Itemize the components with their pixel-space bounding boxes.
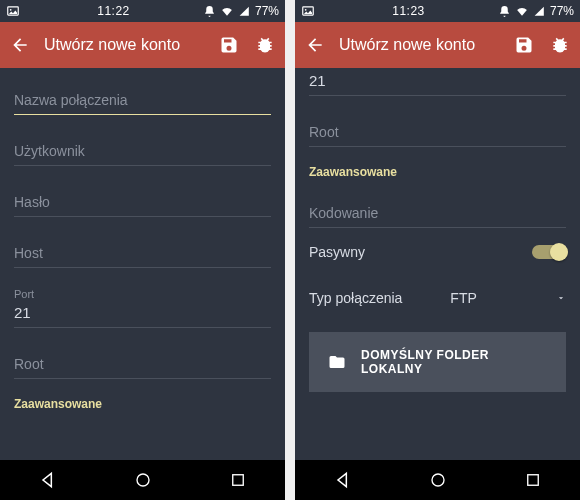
advanced-section-header: Zaawansowane (309, 147, 566, 185)
navbar (0, 460, 285, 500)
svg-point-2 (137, 474, 149, 486)
field-placeholder: Nazwa połączenia (14, 92, 271, 108)
signal-icon (533, 5, 546, 18)
nav-recent-icon[interactable] (227, 469, 249, 491)
clock: 11:22 (24, 4, 203, 18)
nav-back-icon[interactable] (37, 469, 59, 491)
passive-toggle-row[interactable]: Pasywny (309, 228, 566, 276)
svg-rect-7 (527, 475, 538, 486)
button-label: DOMYŚLNY FOLDER LOKALNY (361, 348, 548, 376)
default-local-folder-button[interactable]: DOMYŚLNY FOLDER LOKALNY (309, 332, 566, 392)
field-value: 21 (14, 304, 271, 321)
field-placeholder: Kodowanie (309, 205, 566, 221)
port-field[interactable]: 21 (309, 78, 566, 96)
field-placeholder: Root (14, 356, 271, 372)
bug-icon[interactable] (253, 33, 277, 57)
form-content: Nazwa połączenia Użytkownik Hasło Host P… (0, 68, 285, 460)
nav-home-icon[interactable] (132, 469, 154, 491)
save-icon[interactable] (217, 33, 241, 57)
encoding-field[interactable]: Kodowanie (309, 191, 566, 228)
toolbar: Utwórz nowe konto (0, 22, 285, 68)
field-placeholder: Użytkownik (14, 143, 271, 159)
svg-point-1 (10, 9, 12, 11)
navbar (295, 460, 580, 500)
screen-right: 11:23 77% Utwórz nowe konto 21 Root Zaaw… (295, 0, 580, 500)
connection-type-select[interactable]: Typ połączenia FTP (309, 276, 566, 324)
root-field[interactable]: Root (14, 342, 271, 379)
port-field[interactable]: Port 21 (14, 274, 271, 328)
passive-toggle[interactable] (532, 245, 566, 259)
field-placeholder: Hasło (14, 194, 271, 210)
bell-icon (498, 5, 511, 18)
bug-icon[interactable] (548, 33, 572, 57)
image-icon (301, 4, 319, 18)
dropdown-caret-icon (556, 293, 566, 303)
statusbar: 11:23 77% (295, 0, 580, 22)
statusbar: 11:22 77% (0, 0, 285, 22)
user-field[interactable]: Użytkownik (14, 129, 271, 166)
toolbar: Utwórz nowe konto (295, 22, 580, 68)
host-field[interactable]: Host (14, 231, 271, 268)
svg-point-6 (432, 474, 444, 486)
toolbar-title: Utwórz nowe konto (44, 36, 205, 54)
select-label: Typ połączenia (309, 290, 450, 306)
select-value: FTP (450, 290, 556, 306)
field-placeholder: Root (309, 124, 566, 140)
signal-icon (238, 5, 251, 18)
form-content: 21 Root Zaawansowane Kodowanie Pasywny T… (295, 68, 580, 460)
battery-text: 77% (255, 4, 279, 18)
field-value: 21 (309, 72, 566, 89)
wifi-icon (515, 5, 529, 18)
image-icon (6, 4, 24, 18)
field-label: Port (14, 288, 271, 300)
field-placeholder: Host (14, 245, 271, 261)
bell-icon (203, 5, 216, 18)
wifi-icon (220, 5, 234, 18)
screen-left: 11:22 77% Utwórz nowe konto Nazwa połącz… (0, 0, 285, 500)
nav-back-icon[interactable] (332, 469, 354, 491)
nav-home-icon[interactable] (427, 469, 449, 491)
toggle-label: Pasywny (309, 244, 365, 260)
root-field[interactable]: Root (309, 110, 566, 147)
save-icon[interactable] (512, 33, 536, 57)
toggle-knob (550, 243, 568, 261)
back-arrow-icon[interactable] (8, 33, 32, 57)
connection-name-field[interactable]: Nazwa połączenia (14, 78, 271, 115)
password-field[interactable]: Hasło (14, 180, 271, 217)
svg-rect-3 (232, 475, 243, 486)
nav-recent-icon[interactable] (522, 469, 544, 491)
folder-icon (327, 353, 347, 371)
toolbar-title: Utwórz nowe konto (339, 36, 500, 54)
clock: 11:23 (319, 4, 498, 18)
battery-text: 77% (550, 4, 574, 18)
svg-point-5 (305, 9, 307, 11)
advanced-section-header: Zaawansowane (14, 379, 271, 417)
back-arrow-icon[interactable] (303, 33, 327, 57)
